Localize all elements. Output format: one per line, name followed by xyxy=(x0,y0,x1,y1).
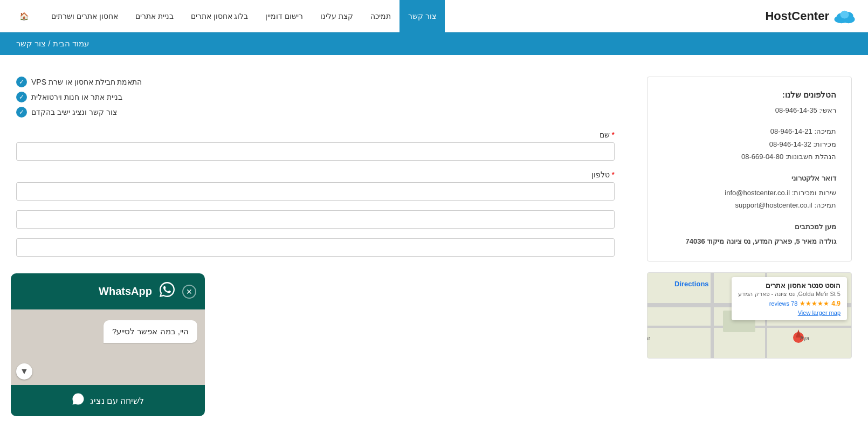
map-rating: 4.9 xyxy=(831,300,841,307)
phone-accounting: הנהלת חשבונות: 08-669-04-80 xyxy=(663,150,836,163)
svg-text:ar: ar xyxy=(647,335,651,341)
nav-links: צור קשר תמיכה קצת עלינו רישום דומיין בלו… xyxy=(11,0,445,32)
extra-field-group-2 xyxy=(16,238,615,257)
check-icon-2: ✓ xyxy=(16,92,27,102)
name-input[interactable] xyxy=(16,142,615,161)
nav-domains[interactable]: רישום דומיין xyxy=(257,0,312,32)
check-icon-1: ✓ xyxy=(16,77,27,87)
map-reviews: 78 reviews xyxy=(769,300,798,307)
nav-support[interactable]: תמיכה xyxy=(362,0,399,32)
address-title: מען למכתבים xyxy=(663,221,836,233)
map-place-name: הוסט סנטר אחסון אתרים xyxy=(738,281,841,290)
logo-link[interactable]: HostCenter xyxy=(765,8,857,24)
feature-item-2: בניית אתר או חנות וירטואלית ✓ xyxy=(16,92,615,102)
rating-row: 4.9 ★★★★★ 78 reviews xyxy=(738,300,841,307)
map-placeholder: Aya ar הוסט סנטר אחסון אתרים Golda Me'ir… xyxy=(647,273,851,358)
close-icon: ✕ xyxy=(186,287,192,296)
directions-label: Directions xyxy=(674,280,709,288)
email-service: שירות ומכירות: info@hostcenter.co.il xyxy=(663,187,836,199)
feature-text-1: התאמת חבילת אחסון או שרת VPS xyxy=(31,78,142,86)
svg-point-4 xyxy=(840,10,849,18)
logo-cloud-icon xyxy=(833,8,857,24)
extra-input-2[interactable] xyxy=(16,238,615,257)
check-icon-3: ✓ xyxy=(16,107,27,118)
whatsapp-message-bubble: היי, במה אפשר לסייע? xyxy=(104,320,197,343)
email-title: דואר אלקטרוני xyxy=(663,172,836,184)
stars-icon: ★★★★★ xyxy=(800,300,829,307)
address: גולדה מאיר 5, פארק המדע, נס ציונה מיקוד … xyxy=(663,235,836,247)
feature-item-1: התאמת חבילת אחסון או שרת VPS ✓ xyxy=(16,77,615,87)
svg-text:Aya: Aya xyxy=(800,335,809,341)
email-support: תמיכה: support@hostcenter.co.il xyxy=(663,199,836,211)
breadcrumb: עמוד הבית / צור קשר xyxy=(0,32,868,55)
phone-label: * טלפון xyxy=(16,170,615,179)
whatsapp-message-text: היי, במה אפשר לסייע? xyxy=(112,327,189,336)
map-box: Aya ar הוסט סנטר אחסון אתרים Golda Me'ir… xyxy=(647,272,852,359)
map-address: Golda Me'ir St 5, נס ציונה - פארק המדע xyxy=(738,291,841,298)
nav-build[interactable]: בניית אתרים xyxy=(127,0,182,32)
nav-contact[interactable]: צור קשר xyxy=(399,0,445,32)
phone-field-group: * טלפון xyxy=(16,170,615,201)
feature-text-2: בניית אתר או חנות וירטואלית xyxy=(31,93,122,101)
whatsapp-svg-icon xyxy=(159,281,176,298)
name-label: * שם xyxy=(16,130,615,139)
map-info-card: הוסט סנטר אחסון אתרים Golda Me'ir St 5, … xyxy=(732,277,847,320)
feature-item-3: צור קשר ונציג ישיב בהקדם ✓ xyxy=(16,107,615,118)
feature-text-3: צור קשר ונציג ישיב בהקדם xyxy=(31,108,117,116)
features-list: התאמת חבילת אחסון או שרת VPS ✓ בניית אתר… xyxy=(16,77,615,118)
breadcrumb-text: עמוד הבית / צור קשר xyxy=(16,39,89,48)
whatsapp-scroll-button[interactable]: ▼ xyxy=(16,363,32,380)
nav-blog[interactable]: בלוג אחסון אתרים xyxy=(182,0,257,32)
name-field-group: * שם xyxy=(16,130,615,161)
phone-input[interactable] xyxy=(16,182,615,201)
directions-btn[interactable]: Directions xyxy=(674,279,709,288)
navigation: HostCenter צור קשר תמיכה קצת עלינו רישום… xyxy=(0,0,868,32)
nav-about[interactable]: קצת עלינו xyxy=(312,0,362,32)
whatsapp-header: ✕ WhatsApp xyxy=(11,273,205,309)
whatsapp-title: WhatsApp xyxy=(99,285,152,298)
contact-info-box: הטלפונים שלנו: ראשי: 08-946-14-35 תמיכה:… xyxy=(647,77,852,261)
view-larger-map-link[interactable]: View larger map xyxy=(738,309,841,316)
phone-main: ראשי: 08-946-14-35 xyxy=(663,104,836,116)
left-section: הטלפונים שלנו: ראשי: 08-946-14-35 תמיכה:… xyxy=(647,77,852,359)
whatsapp-close-button[interactable]: ✕ xyxy=(182,285,196,299)
whatsapp-chat-area: היי, במה אפשר לסייע? ▼ xyxy=(11,309,205,380)
whatsapp-logo-icon xyxy=(159,281,176,302)
phone-sales: מכירות: 08-946-14-32 xyxy=(663,138,836,150)
nav-hosting[interactable]: אחסון אתרים ושרתים xyxy=(43,0,127,32)
extra-input-1[interactable] xyxy=(16,210,615,229)
phone-support: תמיכה: 08-946-14-21 xyxy=(663,125,836,137)
logo-text: HostCenter xyxy=(765,9,829,23)
whatsapp-widget: ✕ WhatsApp היי, במה אפשר לסייע? ▼ לשיחה … xyxy=(11,273,205,380)
extra-field-group-1 xyxy=(16,210,615,229)
phones-title: הטלפונים שלנו: xyxy=(663,90,836,100)
nav-home[interactable]: 🏠 xyxy=(11,0,37,32)
